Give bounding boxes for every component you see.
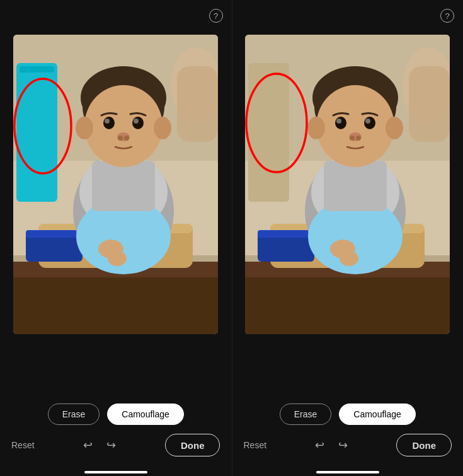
svg-rect-12 [26,230,83,238]
svg-point-21 [76,117,93,139]
reset-button-right[interactable]: Reset [244,440,267,450]
left-panel: ? [0,0,232,476]
before-image [13,35,218,334]
svg-rect-39 [248,63,289,202]
undo-button-left[interactable]: ↩ [83,438,93,452]
svg-rect-4 [177,66,218,142]
svg-point-54 [307,117,325,139]
left-bottom-controls: Erase Camouflage Reset ↩ ↪ Done [0,394,232,476]
svg-point-53 [316,85,394,167]
svg-rect-5 [16,63,57,202]
erase-button-left[interactable]: Erase [48,403,100,425]
done-button-right[interactable]: Done [396,434,452,456]
svg-point-29 [124,136,129,141]
svg-point-58 [336,119,341,124]
svg-point-57 [364,117,375,129]
svg-point-28 [118,136,123,141]
svg-rect-16 [92,161,155,211]
svg-rect-6 [20,66,54,73]
svg-rect-45 [258,230,314,238]
svg-point-55 [386,117,403,139]
right-bottom-controls: Erase Camouflage Reset ↩ ↪ Done [232,394,464,476]
svg-point-59 [365,119,370,124]
done-button-left[interactable]: Done [165,434,220,456]
svg-point-64 [340,251,358,266]
right-action-row: Reset ↩ ↪ Done [232,434,464,456]
help-icon-right[interactable]: ? [440,9,454,23]
right-nav-icons: ↩ ↪ [315,438,348,452]
camouflage-button-right[interactable]: Camouflage [339,403,416,425]
svg-point-20 [84,85,163,167]
svg-rect-49 [324,161,387,211]
undo-button-right[interactable]: ↩ [315,438,324,452]
right-tool-buttons: Erase Camouflage [280,403,416,425]
svg-point-61 [350,136,355,141]
before-image-container [13,35,218,334]
svg-point-26 [134,119,139,124]
help-icon-left[interactable]: ? [209,9,223,23]
right-panel: ? [232,0,464,476]
home-indicator-left [84,471,147,473]
svg-rect-37 [409,66,450,142]
left-nav-icons: ↩ ↪ [83,438,116,452]
redo-button-right[interactable]: ↪ [338,438,348,452]
svg-point-56 [335,117,346,129]
left-tool-buttons: Erase Camouflage [48,403,184,425]
after-image [245,35,450,334]
svg-point-62 [356,136,361,141]
svg-point-24 [132,117,144,129]
svg-point-22 [154,117,171,139]
redo-button-left[interactable]: ↪ [106,438,116,452]
camouflage-button-left[interactable]: Camouflage [107,403,184,425]
svg-point-23 [103,117,115,129]
left-action-row: Reset ↩ ↪ Done [0,434,232,456]
reset-button-left[interactable]: Reset [11,440,35,450]
svg-point-31 [108,251,127,266]
after-image-container [245,35,450,334]
erase-button-right[interactable]: Erase [280,403,332,425]
svg-point-25 [105,119,110,124]
home-indicator-right [316,471,379,473]
svg-rect-40 [245,274,450,334]
svg-rect-7 [13,274,218,334]
